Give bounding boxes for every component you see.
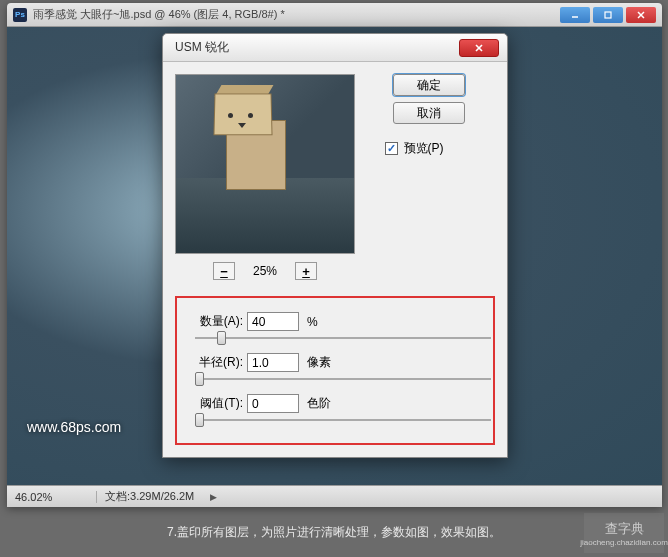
ps-titlebar[interactable]: Ps 雨季感觉 大眼仔~旭.psd @ 46% (图层 4, RGB/8#) *	[7, 3, 662, 27]
maximize-icon	[603, 10, 613, 20]
doc-size: 文档:3.29M/26.2M	[97, 489, 202, 504]
amount-slider-thumb[interactable]	[217, 331, 226, 345]
ok-button[interactable]: 确定	[393, 74, 465, 96]
preview-zoom-controls: − 25% +	[175, 262, 355, 280]
docsize-value: 3.29M/26.2M	[130, 490, 194, 502]
statusbar-menu-arrow-icon[interactable]: ▶	[210, 492, 217, 502]
amount-label: 数量(A):	[187, 313, 243, 330]
watermark-url: www.68ps.com	[27, 419, 121, 435]
cancel-button[interactable]: 取消	[393, 102, 465, 124]
minimize-icon	[570, 10, 580, 20]
usm-sharpen-dialog: USM 锐化 − 25% +	[162, 33, 508, 458]
parameters-group: 数量(A): % 半径(R): 像素 阈值(T): 色阶	[175, 296, 495, 445]
ps-document-title: 雨季感觉 大眼仔~旭.psd @ 46% (图层 4, RGB/8#) *	[33, 7, 560, 22]
dialog-titlebar[interactable]: USM 锐化	[163, 34, 507, 62]
amount-input[interactable]	[247, 312, 299, 331]
close-icon	[474, 43, 484, 53]
radius-slider-thumb[interactable]	[195, 372, 204, 386]
dialog-close-button[interactable]	[459, 39, 499, 57]
ps-app-icon: Ps	[13, 8, 27, 22]
radius-unit: 像素	[307, 354, 331, 371]
site-watermark: 查字典 jiaocheng.chazidian.com	[584, 513, 664, 553]
ps-close-button[interactable]	[626, 7, 656, 23]
ps-statusbar: 46.02% 文档:3.29M/26.2M ▶	[7, 485, 662, 507]
close-icon	[636, 10, 646, 20]
zoom-out-button[interactable]: −	[213, 262, 235, 280]
threshold-input[interactable]	[247, 394, 299, 413]
radius-slider[interactable]	[195, 378, 491, 380]
dialog-body: − 25% + 确定 取消 ✓ 预览(P) 数量(A): %	[163, 62, 507, 457]
threshold-unit: 色阶	[307, 395, 331, 412]
zoom-level[interactable]: 46.02%	[7, 491, 97, 503]
amount-row: 数量(A): %	[187, 312, 483, 331]
svg-rect-1	[605, 12, 611, 18]
preview-zoom-percent: 25%	[253, 264, 277, 278]
ps-window-buttons	[560, 7, 656, 23]
maximize-button[interactable]	[593, 7, 623, 23]
radius-row: 半径(R): 像素	[187, 353, 483, 372]
minimize-button[interactable]	[560, 7, 590, 23]
preview-image[interactable]	[175, 74, 355, 254]
site-watermark-bottom: jiaocheng.chazidian.com	[580, 538, 668, 547]
amount-slider[interactable]	[195, 337, 491, 339]
preview-checkbox-row[interactable]: ✓ 预览(P)	[385, 140, 444, 157]
amount-unit: %	[307, 315, 318, 329]
threshold-label: 阈值(T):	[187, 395, 243, 412]
docsize-label: 文档:	[105, 490, 130, 502]
preview-checkbox[interactable]: ✓	[385, 142, 398, 155]
preview-checkbox-label: 预览(P)	[404, 140, 444, 157]
radius-label: 半径(R):	[187, 354, 243, 371]
dialog-title: USM 锐化	[171, 39, 459, 56]
threshold-slider-thumb[interactable]	[195, 413, 204, 427]
threshold-row: 阈值(T): 色阶	[187, 394, 483, 413]
threshold-slider[interactable]	[195, 419, 491, 421]
tutorial-caption: 7.盖印所有图层，为照片进行清晰处理，参数如图，效果如图。	[0, 524, 668, 541]
zoom-in-button[interactable]: +	[295, 262, 317, 280]
radius-input[interactable]	[247, 353, 299, 372]
site-watermark-top: 查字典	[605, 520, 644, 538]
